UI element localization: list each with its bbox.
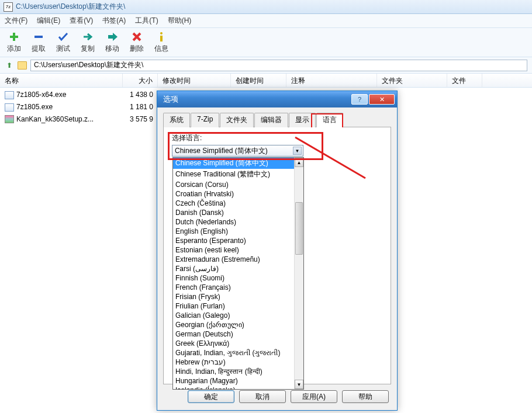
- address-bar: ⬆ C:\Users\user\Desktop\新建文件夹\: [0, 57, 532, 74]
- language-combobox[interactable]: Chinese Simplified (简体中文) ▼ Chinese Simp…: [172, 145, 303, 157]
- menu-item-2[interactable]: 查看(V): [65, 14, 98, 27]
- file-name: 7z1805.exe: [16, 103, 53, 111]
- language-dropdown-list: Chinese Simplified (简体中文)Chinese Traditi…: [173, 158, 294, 389]
- file-size: 1 438 0: [123, 90, 158, 100]
- file-list-header: 名称 大小 修改时间 创建时间 注释 文件夹 文件: [0, 74, 532, 88]
- dropdown-scrollbar[interactable]: ▲ ▼: [294, 158, 303, 389]
- delete-icon: [131, 31, 143, 43]
- language-option[interactable]: German (Deutsch): [173, 329, 294, 339]
- language-option[interactable]: Chinese Simplified (简体中文): [173, 158, 294, 169]
- toolbar-copy-button[interactable]: 复制: [78, 30, 97, 55]
- file-name: 7z1805-x64.exe: [16, 91, 66, 99]
- language-option[interactable]: Frisian (Frysk): [173, 292, 294, 301]
- col-modified[interactable]: 修改时间: [158, 74, 231, 87]
- help-button[interactable]: 帮助: [342, 390, 389, 403]
- menu-item-1[interactable]: 编辑(E): [32, 14, 65, 27]
- menu-item-4[interactable]: 工具(T): [130, 14, 163, 27]
- exe-icon: [5, 103, 14, 112]
- chevron-down-icon[interactable]: ▼: [293, 147, 302, 155]
- language-option[interactable]: Dutch (Nederlands): [173, 217, 294, 227]
- address-input[interactable]: C:\Users\user\Desktop\新建文件夹\: [30, 60, 527, 71]
- info-icon: [156, 31, 167, 43]
- toolbar-extract-button[interactable]: 提取: [29, 30, 48, 55]
- menu-item-0[interactable]: 文件(F): [0, 14, 32, 27]
- col-file[interactable]: 文件: [447, 74, 482, 87]
- tab-0[interactable]: 系统: [163, 113, 190, 127]
- language-option[interactable]: Icelandic (Íslenska): [173, 386, 294, 389]
- language-option[interactable]: Greek (Ελληνικά): [173, 339, 294, 348]
- dialog-body: 系统7-Zip文件夹编辑器显示语言 选择语言: Chinese Simplifi…: [157, 107, 397, 410]
- language-option[interactable]: Galician (Galego): [173, 311, 294, 320]
- scroll-thumb[interactable]: [295, 202, 303, 255]
- toolbar-label: 提取: [32, 44, 46, 54]
- dialog-window-buttons: ? ✕: [351, 94, 395, 105]
- ok-button[interactable]: 确定: [188, 390, 234, 403]
- tab-5[interactable]: 语言: [316, 113, 343, 127]
- toolbar-label: 添加: [7, 44, 21, 54]
- toolbar-add-button[interactable]: 添加: [5, 30, 23, 55]
- language-option[interactable]: Hungarian (Magyar): [173, 376, 294, 386]
- language-option[interactable]: Gujarati, Indian, ગુજરાતી (ગુજરાતી): [173, 348, 294, 358]
- file-size: 3 575 9: [123, 114, 158, 124]
- tab-4[interactable]: 显示: [289, 113, 316, 127]
- menu-item-3[interactable]: 书签(A): [98, 14, 130, 27]
- up-icon[interactable]: ⬆: [5, 61, 14, 70]
- toolbar-test-button[interactable]: 测试: [54, 30, 72, 55]
- language-option[interactable]: Chinese Traditional (繁體中文): [173, 169, 294, 180]
- language-option[interactable]: Farsi (فارسی): [173, 264, 294, 273]
- tabs-wrap: 系统7-Zip文件夹编辑器显示语言: [163, 112, 391, 127]
- scroll-up-icon[interactable]: ▲: [295, 158, 303, 167]
- language-dropdown: Chinese Simplified (简体中文)Chinese Traditi…: [172, 157, 304, 390]
- dialog-tabs: 系统7-Zip文件夹编辑器显示语言: [163, 112, 391, 127]
- col-comment[interactable]: 注释: [286, 74, 377, 87]
- language-option[interactable]: Danish (Dansk): [173, 208, 294, 217]
- scroll-down-icon[interactable]: ▼: [295, 380, 303, 389]
- language-option[interactable]: French (Français): [173, 283, 294, 292]
- extract-icon: [33, 31, 44, 43]
- toolbar-info-button[interactable]: 信息: [152, 30, 171, 55]
- language-option[interactable]: Corsican (Corsu): [173, 180, 294, 189]
- apply-button[interactable]: 应用(A): [291, 390, 337, 403]
- toolbar-label: 删除: [130, 44, 144, 54]
- menu-item-5[interactable]: 帮助(H): [163, 14, 196, 27]
- setup-icon: [5, 115, 14, 123]
- language-option[interactable]: Hindi, Indian, हिन्दुस्तान (हिन्दी): [173, 367, 294, 376]
- language-option[interactable]: Finnish (Suomi): [173, 273, 294, 283]
- menu-bar: 文件(F)编辑(E)查看(V)书签(A)工具(T)帮助(H): [0, 14, 532, 28]
- cancel-button[interactable]: 取消: [239, 390, 286, 403]
- folder-icon: [18, 61, 27, 70]
- language-option[interactable]: Extremaduran (Estremeñu): [173, 255, 294, 264]
- tab-3[interactable]: 编辑器: [254, 113, 288, 127]
- title-bar: 7z C:\Users\user\Desktop\新建文件夹\: [0, 0, 532, 14]
- language-option[interactable]: Czech (Čeština): [173, 199, 294, 208]
- toolbar-delete-button[interactable]: 删除: [127, 30, 146, 55]
- language-combo-wrap: Chinese Simplified (简体中文) ▼ Chinese Simp…: [172, 145, 382, 157]
- col-size[interactable]: 大小: [123, 74, 158, 87]
- tab-1[interactable]: 7-Zip: [191, 113, 219, 127]
- language-option[interactable]: Esperanto (Esperanto): [173, 236, 294, 245]
- tab-2[interactable]: 文件夹: [220, 113, 254, 127]
- language-option[interactable]: Estonian (eesti keel): [173, 245, 294, 255]
- toolbar: 添加提取测试复制移动删除信息: [0, 28, 532, 57]
- copy-icon: [82, 31, 94, 43]
- test-icon: [57, 31, 69, 43]
- language-option[interactable]: English (English): [173, 227, 294, 236]
- toolbar-label: 信息: [154, 44, 168, 54]
- toolbar-label: 测试: [56, 44, 70, 54]
- col-name[interactable]: 名称: [0, 74, 123, 87]
- file-name: KanKan_kk360Setup.z...: [16, 115, 94, 123]
- language-option[interactable]: Croatian (Hrvatski): [173, 189, 294, 199]
- exe-icon: [5, 91, 14, 99]
- language-option[interactable]: Georgian (ქართული): [173, 320, 294, 329]
- col-created[interactable]: 创建时间: [231, 74, 286, 87]
- toolbar-move-button[interactable]: 移动: [103, 30, 122, 55]
- app-icon: 7z: [4, 2, 13, 12]
- dialog-title-bar[interactable]: 选项 ? ✕: [157, 91, 397, 107]
- col-folder[interactable]: 文件夹: [377, 74, 447, 87]
- address-text: C:\Users\user\Desktop\新建文件夹\: [34, 60, 143, 70]
- language-option[interactable]: Hebrew (עברית): [173, 358, 294, 367]
- close-icon[interactable]: ✕: [369, 94, 395, 105]
- toolbar-label: 复制: [81, 44, 95, 54]
- language-option[interactable]: Friulian (Furlan): [173, 301, 294, 311]
- help-button[interactable]: ?: [351, 94, 368, 105]
